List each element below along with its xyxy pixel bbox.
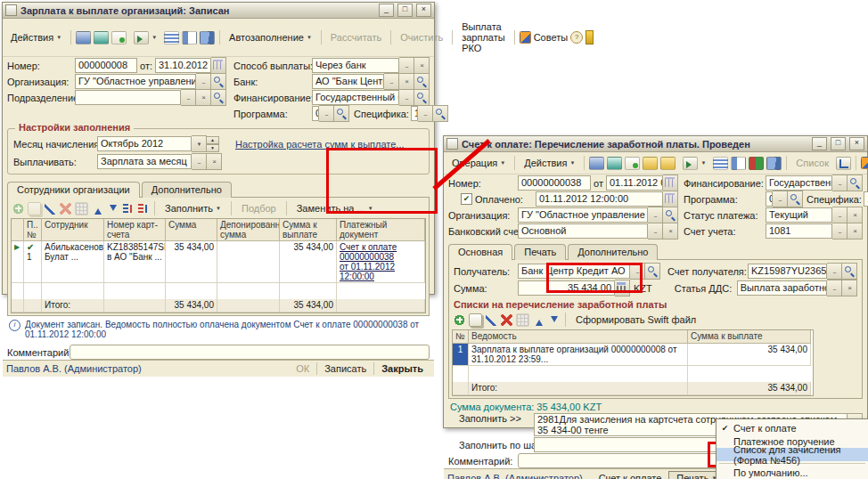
payment-doc-link[interactable]: Счет к оплате 00000000038от 01.11.2012 1… bbox=[340, 242, 422, 281]
clear-button[interactable]: × bbox=[414, 57, 430, 74]
organization-field[interactable]: ГУ "Областное управление по ликв bbox=[518, 207, 648, 223]
payment-doc-cell[interactable]: Счет к оплате 00000000038от 01.11.2012 1… bbox=[337, 241, 425, 283]
lookup-button[interactable] bbox=[211, 89, 226, 106]
clear-button[interactable]: × bbox=[842, 280, 857, 296]
financing-field[interactable]: Государственный бюджет bbox=[766, 175, 832, 191]
ellipsis-button[interactable]: ... bbox=[399, 57, 414, 74]
actions-menu-button[interactable]: Действия ▼ bbox=[6, 30, 66, 45]
lookup-button[interactable] bbox=[414, 89, 430, 106]
close-button[interactable]: × bbox=[849, 137, 864, 150]
number-field[interactable]: 000000008 bbox=[75, 58, 137, 73]
operation-menu-button[interactable]: Операция ▼ bbox=[447, 156, 510, 170]
deposited-cell[interactable] bbox=[217, 241, 280, 283]
month-dropdown-button[interactable]: ▼ bbox=[192, 135, 207, 152]
ellipsis-button[interactable]: ... bbox=[832, 207, 848, 223]
recipient-field[interactable]: Банк Центр Кредит АО bbox=[518, 264, 630, 279]
grid-settings-icon[interactable] bbox=[516, 313, 529, 327]
card-account-cell[interactable]: KZ18385147SD15...в АО "Банк ... bbox=[104, 241, 166, 283]
lookup-button[interactable] bbox=[334, 105, 349, 122]
document-movements-icon[interactable] bbox=[713, 157, 728, 170]
month-stepper[interactable]: ▲ ▼ bbox=[207, 136, 219, 151]
actions-menu-button[interactable]: Действия ▼ bbox=[520, 156, 579, 170]
lookup-button[interactable] bbox=[433, 105, 448, 122]
sort-ascending-icon[interactable] bbox=[122, 203, 134, 215]
ellipsis-button[interactable]: ... bbox=[192, 153, 207, 170]
program-field[interactable]: 02/2/202/106/02 bbox=[766, 191, 773, 207]
rko-payment-button[interactable]: Выплата зарплаты РКО bbox=[457, 20, 509, 54]
ellipsis-button[interactable]: ... bbox=[827, 280, 842, 296]
bank-account-field[interactable]: Основной bbox=[518, 223, 648, 239]
tab-employees[interactable]: Сотрудники организации bbox=[7, 182, 140, 198]
payable-cell[interactable]: 35 434,00 bbox=[280, 241, 337, 283]
tab-additional[interactable]: Дополнительно bbox=[142, 182, 232, 198]
invoice-button[interactable]: Счет к оплате bbox=[592, 472, 669, 479]
date-field[interactable]: 01.11.2012 0:00:00 bbox=[606, 175, 663, 191]
fill-template-label[interactable]: Заполнить по шаблону bbox=[448, 440, 534, 451]
ok-button[interactable]: ОК bbox=[289, 362, 316, 375]
calendar-button[interactable] bbox=[663, 175, 678, 191]
dds-item-field[interactable]: Выплата заработной платы bbox=[737, 280, 827, 296]
ellipsis-button[interactable]: ... bbox=[319, 105, 334, 122]
bank-field[interactable]: АО "Банк ЦентрКредит" bbox=[312, 74, 384, 89]
document-structure-icon[interactable] bbox=[182, 31, 197, 45]
go-to-button[interactable]: ▼ bbox=[678, 155, 710, 172]
financing-field[interactable]: Государственный бюджет bbox=[312, 90, 399, 105]
specifics-field[interactable]: 111 bbox=[411, 106, 418, 121]
help-icon[interactable]: ? bbox=[570, 31, 583, 44]
ellipsis-button[interactable]: ... bbox=[418, 105, 433, 122]
pay-what-field[interactable]: Зарплата за месяц bbox=[97, 154, 192, 169]
save-icon[interactable] bbox=[76, 31, 91, 45]
move-down-icon[interactable] bbox=[107, 203, 119, 215]
ellipsis-button[interactable]: ... bbox=[181, 89, 196, 106]
clear-button[interactable]: × bbox=[207, 153, 222, 170]
date-field[interactable]: 31.10.2012 23:59: bbox=[155, 58, 211, 73]
payout-settings-link[interactable]: Настройка расчета сумм к выплате... bbox=[235, 139, 405, 150]
lookup-button[interactable] bbox=[848, 175, 863, 191]
generate-swift-button[interactable]: Сформировать Swift файл bbox=[571, 313, 700, 326]
ellipsis-button[interactable]: ... bbox=[196, 73, 211, 90]
paid-checkbox[interactable]: ✔ bbox=[461, 193, 472, 205]
sort-descending-icon[interactable] bbox=[137, 203, 149, 215]
program-field[interactable]: 02/2/202/106/022 bbox=[312, 106, 319, 121]
reread-icon[interactable] bbox=[607, 157, 622, 170]
edit-row-icon[interactable] bbox=[486, 314, 497, 326]
delete-row-icon[interactable] bbox=[501, 314, 512, 326]
lookup-button[interactable] bbox=[663, 207, 678, 223]
fill-purpose-label[interactable]: Заполнить >> bbox=[448, 413, 534, 424]
delete-row-icon[interactable] bbox=[60, 203, 71, 215]
calendar-button[interactable] bbox=[663, 191, 678, 207]
calendar-button[interactable] bbox=[211, 57, 226, 74]
lookup-button[interactable] bbox=[645, 263, 660, 280]
fill-menu-button[interactable]: Заполнить ▼ bbox=[160, 201, 225, 215]
salary-window-titlebar[interactable]: Зарплата к выплате организаций: Записан … bbox=[3, 3, 434, 19]
tab-main[interactable]: Основная bbox=[448, 244, 512, 260]
invoice-window-titlebar[interactable]: Счет к оплате: Перечисление заработной п… bbox=[444, 136, 867, 152]
department-field[interactable] bbox=[75, 90, 181, 105]
copy-row-icon[interactable] bbox=[469, 313, 482, 327]
go-to-button[interactable]: ▼ bbox=[129, 29, 161, 46]
minimize-button[interactable]: _ bbox=[379, 4, 394, 17]
close-button[interactable]: Закрыть bbox=[373, 362, 430, 375]
move-up-icon[interactable] bbox=[92, 203, 103, 215]
calculator-button[interactable] bbox=[615, 280, 630, 296]
document-movements-icon[interactable] bbox=[164, 31, 179, 45]
pick-button[interactable]: Подбор bbox=[237, 202, 281, 215]
clear-button[interactable]: × bbox=[848, 207, 863, 223]
tab-print[interactable]: Печать bbox=[514, 244, 566, 260]
move-up-icon[interactable] bbox=[533, 314, 545, 326]
new-document-icon[interactable] bbox=[660, 157, 676, 170]
lookup-button[interactable] bbox=[842, 263, 857, 280]
clear-button[interactable]: × bbox=[663, 223, 678, 240]
row-num-cell[interactable]: 1 bbox=[453, 344, 469, 366]
clear-button[interactable]: × bbox=[196, 89, 211, 106]
paid-date-field[interactable]: 01.11.2012 12:00:00 bbox=[536, 191, 663, 207]
ellipsis-button[interactable]: ... bbox=[832, 223, 848, 240]
tab-additional[interactable]: Дополнительно bbox=[568, 244, 658, 260]
row-flag-num-cell[interactable]: ✔ 1 bbox=[24, 241, 42, 283]
lookup-button[interactable] bbox=[414, 73, 430, 90]
accrual-month-field[interactable]: Октябрь 2012 bbox=[97, 136, 192, 151]
reread-icon[interactable] bbox=[94, 31, 109, 45]
journal-icon[interactable] bbox=[766, 157, 782, 170]
clear-button[interactable]: Очистить bbox=[396, 31, 447, 44]
grid-settings-icon[interactable] bbox=[75, 202, 88, 215]
